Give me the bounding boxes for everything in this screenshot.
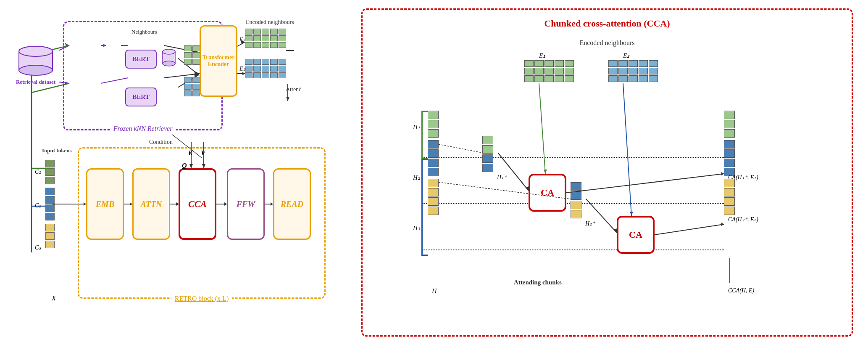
frozen-label: Frozen kNN Retriever: [110, 125, 176, 133]
dotted-line-1: [421, 157, 724, 158]
emb-box: EMB: [86, 168, 124, 240]
condition-label: Condition: [149, 139, 173, 146]
h-bottom-label: H: [432, 287, 437, 295]
diagram-container: Retrieval dataset BERT BERT: [0, 0, 868, 345]
right-e1-label: E₁: [539, 52, 545, 59]
right-e1-grid: [524, 60, 574, 82]
svg-line-54: [539, 83, 545, 174]
c1-label: C₁: [35, 168, 41, 175]
v-label: V: [201, 149, 205, 157]
k-label: K: [188, 149, 193, 157]
ffw-box: FFW: [227, 168, 265, 240]
x-label: X: [52, 295, 56, 302]
h1plus-label: H₁⁺: [497, 174, 507, 181]
frozen-knn-box: BERT BERT Neighbours: [63, 21, 223, 130]
cca-main-box: CCA: [179, 168, 216, 240]
green-bracket: [421, 111, 428, 159]
svg-line-56: [623, 83, 631, 216]
svg-line-58: [498, 153, 529, 191]
encoded-grid2: [245, 59, 286, 78]
svg-line-64: [655, 224, 724, 235]
svg-line-60: [586, 199, 617, 233]
svg-point-49: [163, 61, 175, 66]
svg-point-46: [19, 46, 53, 56]
ccahe-label: CCA(H, E): [728, 287, 754, 294]
c2-label: C₂: [35, 202, 41, 209]
bert2-box: BERT: [125, 88, 157, 106]
cah1e1-label: CA(H₁⁺, E₁): [728, 174, 758, 181]
retrieval-label: Retrieval dataset: [13, 79, 59, 85]
transformer-box: Transformer Encoder: [200, 25, 237, 97]
h2plus-block: [571, 182, 581, 218]
svg-marker-65: [721, 223, 724, 226]
svg-point-50: [163, 49, 175, 54]
encoded-grid1: [245, 29, 286, 48]
encoded-neighbours-label2: Encoded neighbours: [579, 39, 634, 47]
cah2e2-label: CA(H₂⁺, E₂): [728, 216, 758, 223]
h2plus-label: H₂⁺: [585, 220, 595, 227]
encoded-label: Encoded neighbours: [246, 19, 294, 26]
h2-label: H₂: [413, 174, 420, 181]
cca-title: Chunked cross-attention (CCA): [544, 18, 670, 29]
e1-label: E₁: [239, 36, 246, 43]
attend-label: Attend: [286, 86, 302, 93]
ca2-box: CA: [617, 216, 655, 254]
blue-bracket: [421, 159, 428, 256]
attn-box: ATTN: [132, 168, 170, 240]
dotted-line-3: [421, 249, 724, 250]
right-e2-label: E₂: [623, 52, 629, 59]
retrieval-dataset: Retrieval dataset: [13, 46, 59, 85]
neighbours-label: Neighbours: [132, 29, 157, 35]
attending-chunks-label: Attending chunks: [514, 279, 562, 286]
svg-point-45: [19, 65, 53, 75]
right-e2-grid: [608, 60, 658, 82]
cylinder-icon: [17, 46, 55, 76]
db-icon: [162, 48, 176, 69]
h-column: [428, 111, 439, 215]
q-label: Q: [182, 162, 187, 170]
svg-marker-55: [544, 170, 547, 174]
h1plus-block: [482, 136, 493, 172]
input-column: [45, 160, 55, 248]
output-column: [724, 111, 735, 215]
input-tokens-label: Input tokens: [42, 147, 71, 154]
retro-label: RETRO block (x L): [171, 295, 232, 303]
svg-line-62: [566, 174, 724, 193]
bert1-box: BERT: [125, 50, 157, 69]
left-side: Retrieval dataset BERT BERT: [8, 8, 345, 337]
h3-label: H₃: [413, 224, 420, 232]
read-box: READ: [273, 168, 311, 240]
svg-line-66: [439, 144, 482, 153]
h1-label: H₁: [413, 123, 420, 131]
svg-marker-57: [630, 212, 633, 216]
c3-label: C₃: [35, 244, 41, 251]
e2-label: E₂: [239, 65, 246, 72]
ca1-box: CA: [529, 174, 566, 212]
cca-detail-box: Chunked cross-attention (CCA) Encoded ne…: [361, 8, 853, 337]
svg-marker-18: [286, 97, 289, 101]
